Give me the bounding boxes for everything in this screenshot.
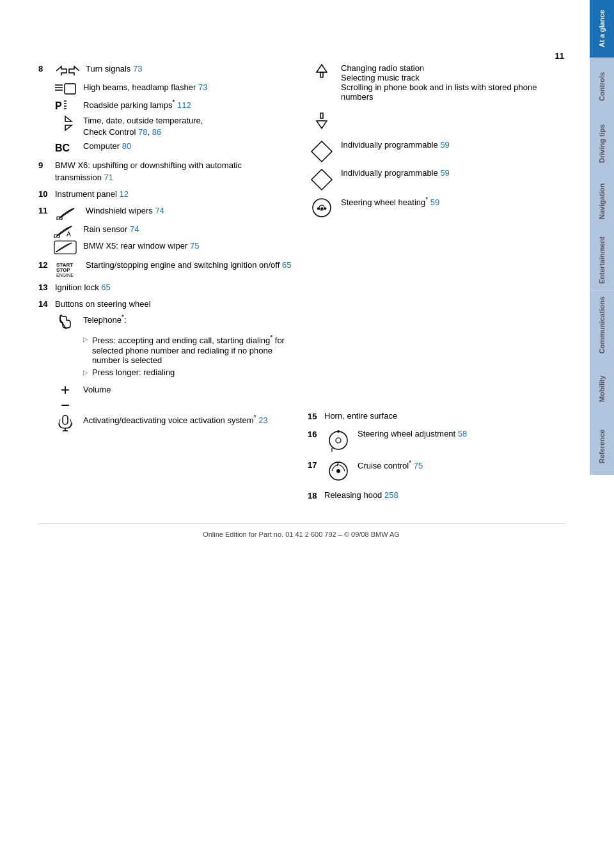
sidebar-tab-entertainment[interactable]: Entertainment: [590, 230, 614, 290]
telephone-icon: [52, 314, 78, 332]
item-10-number: 10: [38, 189, 52, 199]
starting-stopping-text: Starting/stopping engine and switching i…: [86, 260, 295, 271]
svg-marker-22: [317, 65, 327, 72]
cruise-control-ref[interactable]: 75: [414, 461, 423, 470]
sidebar-tab-communications[interactable]: Communications: [590, 290, 614, 360]
cruise-control-icon: [324, 460, 352, 483]
item-13-number: 13: [38, 283, 52, 292]
time-date-icon: [52, 115, 78, 132]
volume-minus-icon: −: [52, 400, 78, 409]
item-13-text: Ignition lock 65: [55, 282, 295, 293]
individually-prog-1-icon: [308, 140, 336, 163]
individually-prog-2-icon: [308, 168, 336, 191]
check-control-ref2[interactable]: 86: [152, 127, 161, 137]
sidebar-tab-controls[interactable]: Controls: [590, 58, 614, 115]
bullet-2: ▷: [83, 369, 88, 376]
roadside-parking-text: Roadside parking lamps* 112: [83, 98, 295, 112]
svg-text:STOP: STOP: [56, 267, 70, 273]
cruise-control-text: Cruise control* 75: [358, 460, 423, 470]
svg-point-34: [337, 430, 340, 433]
svg-rect-15: [54, 241, 76, 254]
turn-signals-text: Turn signals 73: [86, 63, 295, 75]
individually-prog-1-text: Individually programmable 59: [341, 140, 450, 150]
voice-activation-text: Activating/deactivating voice activation…: [83, 414, 268, 425]
bmw-x5-wiper-ref[interactable]: 75: [190, 241, 199, 251]
telephone-label: Telephone*:: [83, 314, 127, 325]
roadside-parking-icon: P: [52, 98, 78, 112]
press-accepting-text: Press: accepting and ending call, starti…: [92, 334, 295, 364]
sidebar-tab-driving-tips[interactable]: Driving tips: [590, 115, 614, 173]
rain-sensor-icon: A: [52, 224, 78, 238]
svg-text:P: P: [55, 100, 62, 111]
rain-sensor-ref[interactable]: 74: [130, 224, 139, 234]
item-12-number: 12: [38, 260, 52, 270]
item-18-number: 18: [308, 491, 322, 500]
svg-text:ENGINE: ENGINE: [56, 273, 74, 277]
individually-1-ref[interactable]: 59: [440, 140, 449, 150]
steering-adjustment-text: Steering wheel adjustment 58: [358, 429, 467, 438]
press-longer-row: ▷ Press longer: redialing: [83, 368, 295, 377]
check-control-ref1[interactable]: 78: [138, 127, 147, 137]
sidebar-tab-mobility[interactable]: Mobility: [590, 360, 614, 417]
svg-rect-19: [63, 415, 68, 424]
press-accepting-row: ▷ Press: accepting and ending call, star…: [83, 334, 295, 364]
steering-adjustment-icon: !: [324, 429, 352, 452]
steering-adjustment-ref[interactable]: 58: [458, 429, 467, 438]
item-9-number: 9: [38, 160, 52, 170]
svg-marker-10: [65, 125, 72, 130]
svg-marker-25: [317, 121, 327, 128]
time-date-text: Time, date, outside temperature, Check C…: [83, 115, 295, 138]
windshield-wipers-text: Windshield wipers 74: [86, 205, 295, 217]
voice-activation-icon: [52, 414, 78, 432]
item-17-number: 17: [308, 460, 322, 470]
svg-rect-23: [320, 72, 323, 77]
windshield-wipers-ref[interactable]: 74: [155, 206, 164, 215]
svg-text:●●●: ●●●: [317, 205, 327, 212]
starting-stopping-ref[interactable]: 65: [282, 260, 291, 270]
rain-sensor-text: Rain sensor 74: [83, 224, 295, 235]
start-stop-icon: START STOP ENGINE: [55, 260, 81, 277]
turn-signals-ref[interactable]: 73: [133, 64, 142, 74]
bmw-x5-wiper-text: BMW X5: rear window wiper 75: [83, 240, 295, 252]
item-15-text: Horn, entire surface: [324, 411, 397, 421]
roadside-parking-ref[interactable]: 112: [177, 100, 191, 110]
radio-station-icon: [308, 63, 336, 86]
svg-line-38: [337, 462, 338, 466]
svg-text:BC: BC: [55, 143, 70, 153]
item-11-number: 11: [38, 206, 52, 215]
item-9-ref[interactable]: 71: [104, 173, 113, 182]
item-10-ref[interactable]: 12: [119, 189, 128, 199]
svg-marker-27: [311, 169, 332, 190]
steering-heating-icon: ●●●: [308, 196, 336, 219]
svg-point-33: [336, 438, 341, 443]
releasing-hood-ref[interactable]: 258: [384, 490, 398, 500]
sidebar-tab-reference[interactable]: Reference: [590, 417, 614, 475]
item-13-ref[interactable]: 65: [101, 283, 110, 292]
individually-prog-2-text: Individually programmable 59: [341, 168, 450, 178]
item-10-text: Instrument panel 12: [55, 189, 295, 200]
item-16-number: 16: [308, 430, 322, 439]
bullet-1: ▷: [83, 336, 88, 343]
sidebar-tab-at-a-glance[interactable]: At a glance: [590, 0, 614, 58]
computer-ref[interactable]: 80: [122, 141, 131, 151]
steering-heating-text: Steering wheel heating* 59: [341, 196, 439, 207]
windshield-wipers-icon: [55, 205, 81, 220]
bmw-x5-wiper-icon: [52, 240, 78, 254]
svg-text:!: !: [331, 446, 333, 452]
sidebar-tab-navigation[interactable]: Navigation: [590, 173, 614, 230]
press-longer-text: Press longer: redialing: [92, 368, 175, 377]
svg-rect-3: [65, 84, 75, 94]
high-beams-ref[interactable]: 73: [198, 82, 207, 92]
computer-icon: BC: [52, 141, 78, 155]
page-footer: Online Edition for Part no. 01 41 2 600 …: [38, 523, 564, 538]
voice-activation-ref[interactable]: 23: [258, 415, 267, 425]
item-14-number: 14: [38, 299, 52, 309]
page-number: 11: [38, 51, 564, 61]
svg-marker-9: [65, 116, 72, 121]
steering-heating-ref[interactable]: 59: [430, 198, 439, 207]
high-beams-text: High beams, headlamp flasher 73: [83, 82, 295, 93]
svg-rect-24: [320, 113, 323, 118]
releasing-hood-text: Releasing hood 258: [324, 490, 398, 500]
individually-2-ref[interactable]: 59: [440, 168, 449, 178]
sidebar: At a glance Controls Driving tips Naviga…: [590, 0, 614, 868]
